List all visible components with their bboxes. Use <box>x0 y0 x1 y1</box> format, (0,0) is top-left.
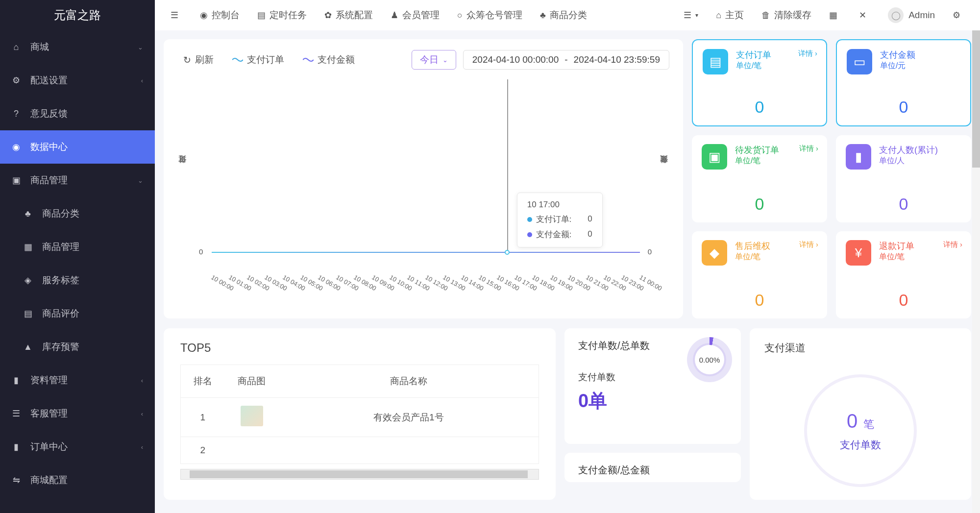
card-unit: 单位/笔 <box>879 252 961 262</box>
date-sep: - <box>564 54 567 65</box>
table-row[interactable]: 2 <box>181 437 539 464</box>
package-icon: ▣ <box>702 144 727 170</box>
card-title: 支付金额 <box>880 49 960 61</box>
chevron-left-icon: ‹ <box>141 443 143 451</box>
nav-label: 商品评价 <box>42 307 79 320</box>
x-tick-label: 10 20:00 <box>566 273 570 280</box>
date-range-picker[interactable]: 2024-04-10 00:00:00 - 2024-04-10 23:59:5… <box>463 50 669 70</box>
sidebar-item-mall[interactable]: ⌂商城⌄ <box>0 30 155 64</box>
series-pay-amount[interactable]: 支付金额 <box>297 50 361 69</box>
sidebar-item-feedback[interactable]: ?意见反馈 <box>0 97 155 130</box>
gear-icon: ⚙ <box>953 10 960 21</box>
topbar-cron[interactable]: ▤定时任务 <box>248 0 316 30</box>
topbar-clear-cache[interactable]: 🗑清除缓存 <box>753 0 820 30</box>
card-detail-link[interactable]: 详情 › <box>799 240 818 249</box>
gauge-value: 0单 <box>578 389 727 414</box>
chart-icon: ▮ <box>846 144 871 170</box>
card-pay-people[interactable]: ▮ 支付人数(累计)单位/人 0 <box>836 135 971 222</box>
list-icon: ☰ <box>684 10 691 21</box>
col-img: 商品图 <box>225 365 279 398</box>
topbar-category[interactable]: ♣商品分类 <box>531 0 596 30</box>
nav-label: 商城 <box>30 41 49 53</box>
gauge-icon: ◉ <box>200 10 208 21</box>
sidebar-item-data-center[interactable]: ◉数据中心 <box>0 130 155 164</box>
sidebar-item-service-tag[interactable]: ◈服务标签 <box>0 264 155 297</box>
x-tick-label: 10 06:00 <box>317 273 321 280</box>
card-detail-link[interactable]: 详情 › <box>798 49 817 58</box>
chart-cursor-line <box>507 79 508 253</box>
x-tick-label: 10 00:00 <box>210 273 214 280</box>
sidebar-item-product-admin[interactable]: ▦商品管理 <box>0 230 155 264</box>
document-icon: ▮ <box>10 441 23 452</box>
x-tick-label: 10 12:00 <box>424 273 428 280</box>
date-start: 2024-04-10 00:00:00 <box>472 54 559 65</box>
series-pay-order[interactable]: 支付订单 <box>226 50 290 69</box>
tb-label: 系统配置 <box>336 9 373 22</box>
card-aftersale[interactable]: ◆ 售后维权单位/笔 详情 › 0 <box>692 231 827 318</box>
sidebar-item-product-manage[interactable]: ▣商品管理⌄ <box>0 164 155 197</box>
tb-label: 清除缓存 <box>774 9 811 22</box>
document-icon: ▤ <box>703 49 728 74</box>
refresh-button[interactable]: ↻刷新 <box>177 50 220 69</box>
sidebar-item-order-center[interactable]: ▮订单中心‹ <box>0 430 155 464</box>
sidebar-item-delivery[interactable]: ⚙配送设置‹ <box>0 64 155 97</box>
card-pay-order[interactable]: ▤ 支付订单单位/笔 详情 › 0 <box>692 39 827 126</box>
table-row[interactable]: 1 有效会员产品1号 <box>181 398 539 437</box>
sidebar-item-product-review[interactable]: ▤商品评价 <box>0 297 155 330</box>
card-value: 0 <box>836 195 971 214</box>
sidebar-item-product-category[interactable]: ♣商品分类 <box>0 197 155 230</box>
card-pay-amount[interactable]: ▭ 支付金额单位/元 0 <box>836 39 971 126</box>
scrollbar-thumb[interactable] <box>190 470 528 478</box>
wave-icon <box>303 57 314 63</box>
card-unit: 单位/笔 <box>735 156 817 166</box>
topbar-list-menu[interactable]: ☰▾ <box>675 0 707 30</box>
tb-label: 控制台 <box>212 9 240 22</box>
topbar-warehouse[interactable]: ○众筹仓号管理 <box>448 0 531 30</box>
topbar-home[interactable]: ⌂主页 <box>707 0 753 30</box>
y-zero-right: 0 <box>648 247 652 256</box>
nav-label: 配送设置 <box>30 74 68 87</box>
sidebar-item-mall-config[interactable]: ⇋商城配置 <box>0 464 155 497</box>
sidebar-item-stock-alert[interactable]: ▲库存预警 <box>0 330 155 364</box>
dashboard-icon: ◉ <box>10 142 23 152</box>
topbar-settings-button[interactable]: ⚙ <box>944 0 973 30</box>
home-icon: ⌂ <box>716 10 721 21</box>
x-tick-label: 10 13:00 <box>442 273 446 280</box>
menu-icon: ☰ <box>171 10 178 21</box>
chart-panel: ↻刷新 支付订单 支付金额 今日⌄ 2024-04-10 00:00:00 - … <box>164 39 683 318</box>
gauge-ring: 0.00% <box>687 337 732 382</box>
topbar-console[interactable]: ◉控制台 <box>191 0 248 30</box>
gauge-title: 支付金额/总金额 <box>578 464 727 477</box>
period-select[interactable]: 今日⌄ <box>412 50 456 70</box>
warning-icon: ▲ <box>22 342 34 352</box>
topbar-grid-button[interactable]: ▦ <box>820 0 850 30</box>
yen-icon: ¥ <box>846 240 871 266</box>
tb-label: 定时任务 <box>270 9 307 22</box>
chevron-down-icon: ⌄ <box>442 56 448 64</box>
card-value: 0 <box>837 98 970 117</box>
col-name: 商品名称 <box>279 365 539 398</box>
x-tick-label: 10 03:00 <box>263 273 267 280</box>
card-refund[interactable]: ¥ 退款订单单位/笔 详情 › 0 <box>836 231 971 318</box>
hamburger-button[interactable]: ☰ <box>162 0 191 30</box>
vertical-scrollbar[interactable] <box>972 30 980 513</box>
topbar-member[interactable]: ♟会员管理 <box>382 0 448 30</box>
topbar-user-menu[interactable]: ◯Admin <box>879 0 944 30</box>
topbar-sys-config[interactable]: ✿系统配置 <box>316 0 382 30</box>
calendar-icon: ▤ <box>257 10 266 21</box>
card-detail-link[interactable]: 详情 › <box>943 240 962 249</box>
shield-icon: ◆ <box>702 240 727 266</box>
scrollbar-thumb[interactable] <box>972 30 980 168</box>
tooltip-v2: 0 <box>588 229 592 239</box>
sidebar-item-material[interactable]: ▮资料管理‹ <box>0 364 155 397</box>
chevron-down-icon: ⌄ <box>138 177 143 184</box>
tooltip-v1: 0 <box>588 214 592 224</box>
x-tick-label: 10 14:00 <box>460 273 464 280</box>
chevron-left-icon: ‹ <box>141 410 143 417</box>
card-pending-ship[interactable]: ▣ 待发货订单单位/笔 详情 › 0 <box>692 135 827 222</box>
sidebar-item-service-mgmt[interactable]: ☰客服管理‹ <box>0 397 155 430</box>
card-detail-link[interactable]: 详情 › <box>799 144 818 153</box>
horizontal-scrollbar[interactable] <box>180 469 539 480</box>
chart-area[interactable]: 支付订单 支付金额 0 0 10 00:0010 01:0010 02:0010… <box>177 74 669 285</box>
topbar-fullscreen-button[interactable]: ✕ <box>850 0 879 30</box>
